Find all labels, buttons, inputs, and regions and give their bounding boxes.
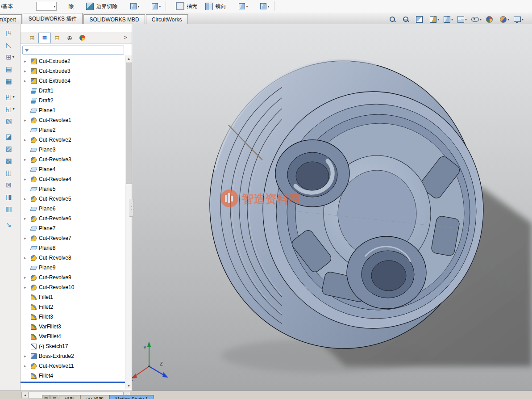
tree-item[interactable]: ▸ Boss-Extrude2 (21, 351, 125, 361)
tab-solidworks-mbd[interactable]: SOLIDWORKS MBD (83, 14, 145, 24)
tree-item[interactable]: ▸ (-) Sketch17 (21, 341, 125, 351)
tree-item[interactable]: ▸ Fillet4 (21, 371, 125, 381)
tree-item[interactable]: ▸ Fillet1 (21, 292, 125, 302)
knit-surface-icon[interactable]: ▥ ▾ (0, 203, 20, 215)
tab-motion-study-1[interactable]: Motion Study 1 (109, 395, 154, 399)
expand-arrow-icon[interactable]: ▸ (24, 177, 30, 181)
apply-scene-icon[interactable]: ▾ (498, 14, 511, 24)
tree-item[interactable]: ▸ Cut-Extrude2 (21, 56, 125, 66)
tree-item[interactable]: ▸ Cut-Extrude3 (21, 66, 125, 76)
expand-arrow-icon[interactable]: ▸ (24, 118, 30, 122)
tree-item[interactable]: ▸ Cut-Revolve6 (21, 214, 125, 223)
expand-arrow-icon[interactable]: ▸ (24, 79, 30, 83)
lofted-surface-icon[interactable]: ▤ ▾ (0, 63, 20, 75)
extend-surface-icon[interactable]: ◫ ▾ (0, 167, 20, 179)
tab-circuitworks[interactable]: CircuitWorks (146, 14, 188, 24)
tree-item[interactable]: ▸ Cut-Revolve5 (21, 194, 125, 204)
tab-solidworks-addins[interactable]: SOLIDWORKS 插件 (23, 13, 83, 24)
tree-item[interactable]: ▸ Plane4 (21, 164, 125, 174)
3d-model[interactable]: 智造资料网 Y X Z (132, 24, 532, 391)
expand-arrow-icon[interactable]: ▸ (24, 236, 30, 240)
displaymanager-tab[interactable] (76, 33, 88, 43)
scrollbar-thumb[interactable] (126, 63, 132, 184)
replace-face-icon[interactable]: ▩ ▾ (0, 155, 20, 167)
featuremanager-tab[interactable]: ⊞ (26, 33, 38, 43)
expand-arrow-icon[interactable]: ▸ (24, 275, 30, 280)
tree-item[interactable]: ▸ Plane5 (21, 184, 125, 194)
left-toolbar-button[interactable]: ▾ (0, 215, 20, 218)
tree-item[interactable]: ▸ Cut-Revolve8 (21, 253, 125, 263)
view-settings-icon[interactable]: ▾ (511, 14, 526, 24)
left-toolbar-button[interactable]: ▾ (0, 87, 20, 91)
tree-item[interactable]: ▸ VarFillet4 (21, 332, 125, 341)
trim-surface-icon[interactable]: ⊠ ▾ (0, 179, 20, 191)
tree-vertical-scrollbar[interactable]: ▲ ▼ (125, 55, 132, 389)
ribbon-dropdown-1[interactable]: ▾ (129, 2, 141, 10)
tree-item[interactable]: ▸ Plane8 (21, 243, 125, 253)
tree-item[interactable]: ▸ Plane7 (21, 223, 125, 233)
mirror-button[interactable]: 镜向 (204, 2, 228, 11)
tab-3d-views[interactable]: 3D 视图 (80, 395, 109, 399)
tab-mxpert[interactable]: mXpert (0, 14, 22, 24)
tree-item[interactable]: ▸ Cut-Revolve10 (21, 282, 125, 292)
tree-item[interactable]: ▸ Cut-Revolve11 (21, 361, 125, 371)
boundary-cut-button[interactable]: 边界切除 (84, 2, 119, 11)
tree-item[interactable]: ▸ VarFillet3 (21, 322, 125, 332)
tree-item[interactable]: ▸ Cut-Revolve2 (21, 135, 125, 145)
tree-item[interactable]: ▸ Cut-Extrude4 (21, 76, 125, 86)
expand-arrow-icon[interactable]: ▸ (24, 69, 30, 73)
tree-item[interactable]: ▸ Plane9 (21, 263, 125, 273)
scroll-up-arrow[interactable]: ▲ (125, 55, 132, 62)
tree-item[interactable]: ▸ Plane3 (21, 145, 125, 155)
shell-button[interactable]: 抽壳 (174, 1, 199, 11)
left-toolbar-button[interactable]: ▾ (0, 127, 20, 130)
ribbon-dropdown-2[interactable]: ▾ (150, 2, 162, 10)
tree-item[interactable]: ▸ Fillet2 (21, 302, 125, 312)
rollback-bar[interactable] (21, 382, 125, 383)
extruded-surface-icon[interactable]: ◳ ▾ (0, 27, 20, 39)
view-orientation-icon[interactable]: ▾ (441, 14, 455, 24)
scroll-down-arrow[interactable]: ▼ (125, 382, 132, 389)
dynamic-annotation-icon[interactable]: ▾ (428, 14, 441, 24)
expand-arrow-icon[interactable]: ▸ (24, 197, 30, 201)
delete-face-icon[interactable]: ▨ ▾ (0, 143, 20, 155)
filter-input[interactable] (31, 46, 122, 54)
edit-appearance-icon[interactable]: ▾ (484, 14, 498, 24)
ruled-surface-icon[interactable]: ◪ ▾ (0, 130, 20, 143)
ribbon-combo[interactable]: ▾ (36, 2, 57, 11)
dimxpertmanager-tab[interactable]: ⊕ (63, 33, 76, 43)
expand-arrow-icon[interactable]: ▸ (24, 256, 30, 260)
model-tabs-icon[interactable]: ⊟ (50, 395, 58, 399)
model-tabs-icon[interactable]: ⊞ (42, 395, 50, 399)
tree-item[interactable]: ▸ Draft2 (21, 96, 125, 105)
tree-item[interactable]: ▸ Plane2 (21, 125, 125, 135)
panel-expand-chevron[interactable]: > (122, 33, 129, 42)
panel-splitter-handle[interactable]: ⋮ (129, 199, 134, 217)
tab-model[interactable]: 模型 (59, 395, 80, 399)
tree-item[interactable]: ▸ Draft1 (21, 86, 125, 96)
expand-arrow-icon[interactable]: ▸ (24, 285, 30, 290)
section-view-icon[interactable]: ▾ (414, 14, 428, 24)
display-style-icon[interactable]: ▾ (455, 14, 469, 24)
untrim-surface-icon[interactable]: ◨ ▾ (0, 191, 20, 203)
ribbon-dropdown-3[interactable]: ▾ (237, 2, 249, 10)
zoom-area-icon[interactable]: ▾ (400, 14, 414, 24)
revolved-surface-icon[interactable]: ◺ ▾ (0, 39, 20, 51)
scroll-left-arrow[interactable]: ◂ (21, 392, 29, 398)
tree-item[interactable]: ▸ Fillet3 (21, 312, 125, 322)
expand-arrow-icon[interactable]: ▸ (24, 59, 30, 63)
tree-item[interactable]: ▸ Cut-Revolve1 (21, 115, 125, 125)
tree-item[interactable]: ▸ Cut-Revolve4 (21, 174, 125, 184)
offset-surface-icon[interactable]: ▧ ▾ (0, 115, 20, 127)
tree-item[interactable]: ▸ Plane6 (21, 204, 125, 214)
tree-item[interactable]: ▸ Cut-Revolve7 (21, 233, 125, 243)
expand-arrow-icon[interactable]: ▸ (24, 354, 30, 358)
tree-item[interactable]: ▸ Cut-Revolve3 (21, 155, 125, 164)
expand-arrow-icon[interactable]: ▸ (24, 216, 30, 221)
graphics-area[interactable]: 智造资料网 Y X Z (132, 24, 532, 391)
boundary-surface-icon[interactable]: ▦ ▾ (0, 75, 20, 87)
filled-surface-icon[interactable]: ◰ ▾ (0, 91, 20, 103)
zoom-fit-icon[interactable]: ▾ (387, 14, 400, 24)
measure-icon[interactable]: ↘ ▾ (0, 218, 20, 231)
expand-arrow-icon[interactable]: ▸ (24, 157, 30, 162)
